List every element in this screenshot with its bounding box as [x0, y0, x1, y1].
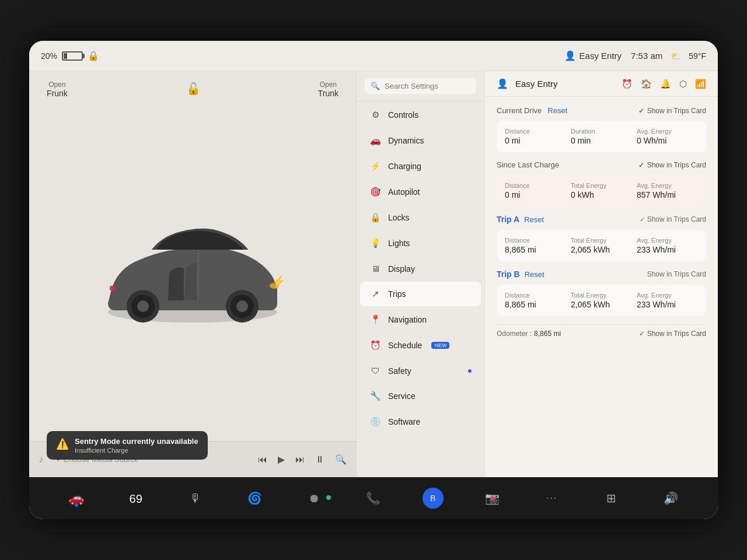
trips-person-icon: 👤 — [497, 78, 508, 89]
trips-body: Current Drive Reset ✓ Show in Trips Card… — [485, 97, 718, 477]
current-drive-reset[interactable]: Reset — [547, 106, 567, 115]
taskbar-car[interactable]: 🚗 — [47, 491, 106, 506]
open-frunk-label-main: Frunk — [47, 89, 68, 98]
nav-item-autopilot[interactable]: 🎯 Autopilot — [360, 180, 481, 204]
nav-item-dynamics[interactable]: 🚗 Dynamics — [360, 128, 481, 153]
search-inner: 🔍 — [365, 78, 476, 94]
current-drive-header: Current Drive Reset ✓ Show in Trips Card — [497, 106, 706, 115]
search-bar: 🔍 — [357, 71, 484, 102]
sentry-alert-subtitle: Insufficient Charge — [75, 447, 198, 454]
phone-icon: 📞 — [366, 491, 381, 505]
odometer-show-trips[interactable]: ✓ Show in Trips Card — [639, 330, 706, 338]
dynamics-icon: 🚗 — [369, 135, 381, 146]
taskbar-record[interactable]: ⏺ — [284, 492, 344, 505]
nav-item-navigation[interactable]: 📍 Navigation — [360, 307, 481, 332]
play-button[interactable]: ▶ — [278, 454, 285, 465]
current-drive-show-label: Show in Trips Card — [647, 107, 706, 115]
trip-a-reset[interactable]: Reset — [524, 215, 544, 224]
open-trunk-label-top: Open — [320, 80, 337, 89]
lights-icon: 💡 — [369, 238, 381, 249]
controls-label: Controls — [388, 110, 418, 120]
taskbar-camera[interactable]: 📷 — [463, 491, 522, 505]
taskbar-volume[interactable]: 🔊 — [641, 491, 700, 505]
battery-percentage: 20% — [41, 51, 57, 61]
trip-a-stats: Distance 8,865 mi Total Energy 2,065 kWh… — [497, 230, 706, 261]
taskbar-fan[interactable]: 🌀 — [225, 491, 284, 505]
service-icon: 🔧 — [369, 391, 381, 401]
warning-icon: ⚠️ — [56, 438, 69, 450]
autopilot-icon: 🎯 — [369, 187, 381, 197]
car-panel: Open Frunk 🔓 Open Trunk — [29, 71, 356, 477]
since-last-charge-header: Since Last Charge ✓ Show in Trips Card — [497, 160, 706, 169]
charging-lightning-icon: ⚡ — [271, 274, 286, 288]
nav-item-locks[interactable]: 🔒 Locks — [360, 205, 481, 230]
controls-icon: ⚙ — [369, 110, 381, 120]
battery-icon — [62, 51, 83, 61]
search-input[interactable] — [385, 82, 470, 90]
software-icon: 💿 — [369, 416, 381, 427]
taskbar-bluetooth[interactable]: B — [403, 488, 463, 509]
trip-b-avg-energy: Avg. Energy 233 Wh/mi — [637, 292, 698, 309]
search-media-button[interactable]: 🔍 — [335, 454, 347, 465]
taskbar-phone[interactable]: 📞 — [344, 491, 403, 505]
bell-icon[interactable]: 🔔 — [660, 79, 671, 89]
odo-show-label: Show in Trips Card — [647, 330, 706, 338]
trip-b-avg-energy-label: Avg. Energy — [637, 292, 698, 299]
nav-item-safety[interactable]: 🛡 Safety — [360, 359, 481, 383]
current-drive-distance-value: 0 mi — [505, 136, 566, 145]
nav-item-controls[interactable]: ⚙ Controls — [360, 103, 481, 127]
status-bar-left: 20% 🔒 — [41, 50, 99, 61]
current-drive-distance: Distance 0 mi — [505, 128, 566, 145]
trips-header-icons: ⏰ 🏠 🔔 ⬡ 📶 — [622, 79, 706, 89]
schedule-badge: NEW — [431, 342, 449, 349]
slc-distance-value: 0 mi — [505, 190, 566, 200]
nav-item-display[interactable]: 🖥 Display — [360, 257, 481, 281]
odometer-line: Odometer : 8,865 mi ✓ Show in Trips Card — [497, 324, 706, 342]
trip-b-show-label: Show in Trips Card — [647, 270, 706, 278]
prev-track-button[interactable]: ⏮ — [258, 454, 267, 465]
current-drive-show-trips[interactable]: ✓ Show in Trips Card — [638, 107, 706, 115]
nav-item-lights[interactable]: 💡 Lights — [360, 231, 481, 256]
nav-item-charging[interactable]: ⚡ Charging — [360, 154, 481, 178]
nav-item-software[interactable]: 💿 Software — [360, 410, 481, 434]
car-image-area: ⚡ — [29, 107, 356, 441]
slc-total-energy-value: 0 kWh — [571, 190, 632, 200]
next-track-button[interactable]: ⏭ — [295, 454, 305, 465]
bluetooth-icon[interactable]: ⬡ — [679, 79, 687, 89]
trip-b-distance-label: Distance — [505, 292, 566, 299]
taskbar-apps[interactable]: ⊞ — [581, 491, 641, 505]
odometer-label: Odometer : — [497, 330, 532, 338]
trip-b-avg-energy-value: 233 Wh/mi — [637, 300, 698, 309]
equalizer-button[interactable]: ⏸ — [315, 454, 324, 465]
weather-icon: ⛅ — [671, 51, 680, 61]
trip-a-check-icon: ✓ — [640, 216, 645, 223]
trip-a-total-energy-label: Total Energy — [571, 237, 632, 244]
nav-item-trips[interactable]: ↗ Trips — [360, 282, 481, 306]
trip-b-show[interactable]: Show in Trips Card — [647, 270, 706, 278]
current-drive-duration-value: 0 min — [571, 136, 632, 145]
since-last-charge-total-energy: Total Energy 0 kWh — [571, 182, 632, 200]
taskbar-more[interactable]: ··· — [522, 493, 582, 503]
nav-item-schedule[interactable]: ⏰ Schedule NEW — [360, 333, 481, 358]
taskbar-mic[interactable]: 🎙 — [166, 492, 225, 505]
settings-panel: 🔍 ⚙ Controls 🚗 Dynamics ⚡ Charging — [356, 71, 484, 477]
trip-b-reset[interactable]: Reset — [525, 270, 544, 279]
car-image — [93, 210, 292, 338]
trips-icon: ↗ — [369, 289, 381, 299]
home-icon[interactable]: 🏠 — [641, 79, 652, 89]
easy-entry-status: Easy Entry — [580, 51, 622, 61]
navigation-label: Navigation — [388, 315, 427, 324]
open-trunk-button[interactable]: Open Trunk — [318, 80, 338, 98]
taskbar-temp[interactable]: 69 — [106, 491, 166, 506]
current-drive-stats: Distance 0 mi Duration 0 min Avg. Energy… — [497, 121, 706, 152]
since-last-charge-show-trips[interactable]: ✓ Show in Trips Card — [638, 161, 706, 169]
check-icon: ✓ — [638, 107, 644, 115]
nav-item-service[interactable]: 🔧 Service — [360, 384, 481, 408]
since-last-charge-show-label: Show in Trips Card — [647, 161, 706, 169]
music-icon: ♪ — [39, 454, 43, 465]
current-drive-distance-label: Distance — [505, 128, 566, 135]
open-frunk-button[interactable]: Open Frunk — [47, 80, 68, 98]
clock-icon[interactable]: ⏰ — [622, 79, 633, 89]
taskbar: 🚗 69 🎙 🌀 ⏺ 📞 B 📷 ··· — [29, 477, 718, 519]
trip-a-show[interactable]: ✓ Show in Trips Card — [640, 215, 706, 223]
